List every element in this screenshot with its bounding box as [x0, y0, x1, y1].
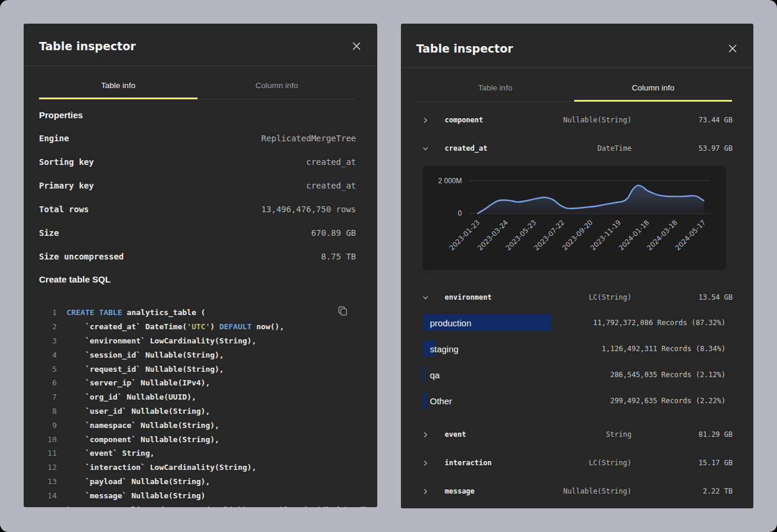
line-number: 10	[39, 435, 57, 444]
column-type: Nullable(String)	[563, 116, 632, 124]
close-icon	[352, 42, 361, 50]
y-axis-label-max: 2 000M	[438, 177, 462, 185]
code-token: `request_id` Nullable(String),	[67, 365, 224, 374]
code-token: `environment` LowCardinality(String),	[67, 336, 257, 345]
value-records: 286,545,035 Records (2.12%)	[610, 366, 726, 383]
code-token: DEFAULT	[219, 322, 252, 331]
dialog-header: Table inspector	[24, 24, 377, 66]
sql-code-line: 12 `interaction` LowCardinality(String),	[39, 460, 356, 475]
code-token: `server_ip` Nullable(IPv4),	[67, 378, 211, 387]
copy-sql-button[interactable]	[336, 306, 348, 317]
code-token: `org_id` Nullable(UUID),	[67, 392, 196, 401]
column-row-component[interactable]: componentNullable(String)73.44 GB	[401, 106, 753, 134]
screenshot-canvas: Table inspector Table info Column info P…	[0, 0, 777, 532]
tab-table-info[interactable]: Table info	[416, 68, 574, 102]
sql-code-line: 6 `server_ip` Nullable(IPv4),	[39, 376, 356, 390]
column-row-environment[interactable]: environmentLC(String)13.54 GB	[401, 283, 753, 312]
close-button[interactable]	[726, 42, 739, 55]
sql-code-line: 13 `payload` Nullable(String),	[39, 475, 356, 489]
value-label: production	[430, 314, 471, 331]
code-text: `user_id` Nullable(String),	[57, 407, 210, 416]
sql-code-lines: 1CREATE TABLE analytics_table (2 `create…	[39, 306, 356, 507]
column-type: Nullable(String)	[563, 487, 632, 495]
line-number: 4	[39, 351, 57, 359]
line-number: 7	[39, 392, 57, 401]
area-fill	[478, 186, 704, 213]
column-name: component	[445, 116, 483, 124]
property-label: Sorting key	[39, 157, 94, 167]
chevron-right-icon	[423, 460, 428, 466]
line-number: 8	[39, 407, 57, 416]
line-number: 14	[39, 491, 57, 500]
code-token: `interaction` LowCardinality(String),	[67, 463, 257, 472]
code-token: CREATE TABLE	[67, 308, 122, 317]
chevron-right-icon	[423, 118, 428, 123]
column-row-message[interactable]: messageNullable(String)2.22 TB	[401, 477, 753, 505]
table-inspector-dialog-column-info: Table inspector Table info Column info c…	[401, 24, 753, 508]
code-token: `session_id` Nullable(String),	[67, 351, 224, 359]
property-value: 670.89 GB	[311, 228, 356, 238]
property-row: EngineReplicatedMergeTree	[39, 126, 356, 150]
column-row-event[interactable]: eventString81.29 GB	[401, 420, 753, 449]
tab-column-info[interactable]: Column info	[574, 68, 732, 102]
chevron-down-icon	[423, 146, 428, 151]
line-number: 9	[39, 421, 57, 430]
sql-code-line: 4 `session_id` Nullable(String),	[39, 348, 356, 362]
property-value: created_at	[306, 181, 356, 190]
property-label: Engine	[39, 134, 69, 143]
property-row: Sorting keycreated_at	[39, 150, 356, 174]
value-label: staging	[430, 340, 458, 357]
line-number: 3	[39, 336, 57, 345]
property-label: Primary key	[39, 181, 94, 190]
code-token: '/clickhouse/tables/{uuid}/{shard}'	[210, 505, 372, 507]
close-button[interactable]	[350, 40, 363, 53]
column-row-created_at[interactable]: created_atDateTime53.97 GB	[401, 134, 753, 163]
property-label: Size uncompressed	[39, 252, 124, 261]
line-number: 11	[39, 449, 57, 458]
column-size: 2.22 TB	[702, 487, 733, 495]
dialog-title: Table inspector	[416, 42, 726, 55]
table-inspector-dialog-table-info: Table inspector Table info Column info P…	[24, 24, 377, 507]
code-token: `message` Nullable(String)	[67, 491, 206, 500]
property-label: Total rows	[39, 205, 89, 214]
value-records: 11,792,372,086 Records (87.32%)	[593, 314, 726, 331]
value-bar	[423, 366, 426, 383]
sql-code-line: 15) ENGINE = ReplicatedMergeTree('/click…	[39, 502, 356, 507]
tab-bar: Table info Column info	[416, 68, 732, 102]
property-row: Primary keycreated_at	[39, 174, 356, 197]
column-name: environment	[445, 293, 491, 301]
chevron-right-icon	[423, 489, 428, 494]
column-list: componentNullable(String)73.44 GBcreated…	[401, 102, 753, 505]
sql-code-line: 14 `message` Nullable(String)	[39, 488, 356, 502]
code-text: `namespace` Nullable(String),	[57, 421, 219, 430]
code-text: `interaction` LowCardinality(String),	[57, 463, 257, 472]
sql-code-line: 1CREATE TABLE analytics_table (	[39, 306, 356, 320]
property-row: Total rows13,496,476,750 rows	[39, 197, 356, 221]
code-text: ) ENGINE = ReplicatedMergeTree('/clickho…	[57, 505, 377, 507]
column-size: 13.54 GB	[698, 293, 733, 301]
column-row-interaction[interactable]: interactionLC(String)15.17 GB	[401, 449, 753, 477]
code-token: analytics_table (	[122, 308, 206, 317]
sql-code-line: 10 `component` Nullable(String),	[39, 432, 356, 446]
tab-bar: Table info Column info	[39, 66, 356, 99]
code-text: `component` Nullable(String),	[57, 435, 219, 444]
sql-code-line: 3 `environment` LowCardinality(String),	[39, 334, 356, 348]
line-number: 6	[39, 378, 57, 387]
column-size: 53.97 GB	[698, 144, 733, 153]
column-name: interaction	[445, 459, 491, 467]
dialog-header: Table inspector	[401, 24, 753, 68]
x-axis-tick-label: 2024-05-17	[674, 218, 707, 252]
code-token: `payload` Nullable(String),	[67, 477, 211, 486]
column-size: 15.17 GB	[698, 459, 733, 467]
column-name: created_at	[445, 144, 487, 153]
line-number: 2	[39, 322, 57, 331]
property-value: ReplicatedMergeTree	[261, 134, 356, 143]
sql-code-line: 2 `created_at` DateTime('UTC') DEFAULT n…	[39, 320, 356, 334]
line-number: 15	[39, 505, 57, 507]
properties-list: EngineReplicatedMergeTreeSorting keycrea…	[39, 126, 356, 268]
value-label: qa	[430, 366, 440, 383]
tab-table-info[interactable]: Table info	[39, 66, 198, 99]
code-text: `event` String,	[57, 449, 154, 458]
tab-column-info[interactable]: Column info	[198, 66, 356, 99]
property-row: Size uncompressed8.75 TB	[39, 245, 356, 268]
